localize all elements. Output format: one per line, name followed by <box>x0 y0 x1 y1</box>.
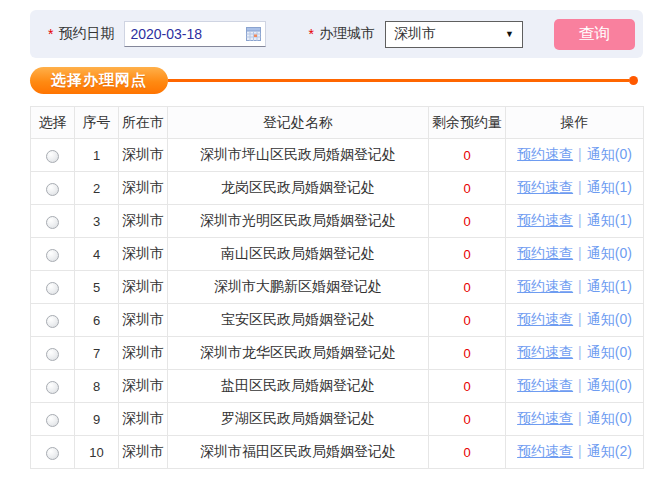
remaining-count: 0 <box>429 403 506 436</box>
action-separator: | <box>578 410 582 426</box>
notice-link[interactable]: 通知(0) <box>587 410 632 426</box>
registry-name-cell: 深圳市光明区民政局婚姻登记处 <box>168 205 429 238</box>
seq-cell: 10 <box>75 436 119 469</box>
table-row: 5 深圳市 深圳市大鹏新区婚姻登记处 0 预约速查|通知(1) <box>31 271 644 304</box>
table-row: 10 深圳市 深圳市福田区民政局婚姻登记处 0 预约速查|通知(2) <box>31 436 644 469</box>
action-cell: 预约速查|通知(0) <box>506 304 644 337</box>
date-input[interactable]: 2020-03-18 <box>124 21 266 47</box>
registry-name-cell: 深圳市大鹏新区婚姻登记处 <box>168 271 429 304</box>
calendar-icon[interactable] <box>246 27 261 41</box>
table-header-row: 选择 序号 所在市 登记处名称 剩余预约量 操作 <box>31 107 644 139</box>
quick-check-link[interactable]: 预约速查 <box>517 311 573 327</box>
select-radio[interactable] <box>46 348 59 361</box>
action-separator: | <box>578 212 582 228</box>
notice-link[interactable]: 通知(1) <box>587 179 632 195</box>
quick-check-link[interactable]: 预约速查 <box>517 410 573 426</box>
section-header: 选择办理网点 <box>30 67 643 94</box>
notice-link[interactable]: 通知(0) <box>587 311 632 327</box>
action-separator: | <box>578 146 582 162</box>
action-separator: | <box>578 443 582 459</box>
section-title-pill: 选择办理网点 <box>30 67 168 94</box>
quick-check-link[interactable]: 预约速查 <box>517 377 573 393</box>
action-cell: 预约速查|通知(1) <box>506 205 644 238</box>
action-cell: 预约速查|通知(0) <box>506 238 644 271</box>
select-radio[interactable] <box>46 447 59 460</box>
quick-check-link[interactable]: 预约速查 <box>517 212 573 228</box>
remaining-count: 0 <box>429 436 506 469</box>
header-city: 所在市 <box>119 107 168 139</box>
notice-link[interactable]: 通知(0) <box>587 344 632 360</box>
select-radio[interactable] <box>46 183 59 196</box>
table-row: 9 深圳市 罗湖区民政局婚姻登记处 0 预约速查|通知(0) <box>31 403 644 436</box>
city-cell: 深圳市 <box>119 271 168 304</box>
quick-check-link[interactable]: 预约速查 <box>517 443 573 459</box>
header-seq: 序号 <box>75 107 119 139</box>
notice-link[interactable]: 通知(1) <box>587 212 632 228</box>
header-select: 选择 <box>31 107 75 139</box>
required-marker: * <box>308 26 313 42</box>
remaining-count: 0 <box>429 139 506 172</box>
select-cell <box>31 139 75 172</box>
select-radio[interactable] <box>46 315 59 328</box>
action-separator: | <box>578 245 582 261</box>
action-cell: 预约速查|通知(1) <box>506 271 644 304</box>
notice-link[interactable]: 通知(2) <box>587 443 632 459</box>
action-cell: 预约速查|通知(1) <box>506 172 644 205</box>
action-separator: | <box>578 377 582 393</box>
action-separator: | <box>578 344 582 360</box>
required-marker: * <box>48 26 53 42</box>
select-radio[interactable] <box>46 414 59 427</box>
action-cell: 预约速查|通知(0) <box>506 403 644 436</box>
date-label: 预约日期 <box>58 25 114 43</box>
quick-check-link[interactable]: 预约速查 <box>517 179 573 195</box>
seq-cell: 4 <box>75 238 119 271</box>
remaining-count: 0 <box>429 337 506 370</box>
registry-name-cell: 盐田区民政局婚姻登记处 <box>168 370 429 403</box>
notice-link[interactable]: 通知(1) <box>587 278 632 294</box>
filter-panel: * 预约日期 2020-03-18 * 办理城市 深圳市 ▼ 查询 <box>30 10 643 58</box>
registry-name-cell: 深圳市福田区民政局婚姻登记处 <box>168 436 429 469</box>
seq-cell: 6 <box>75 304 119 337</box>
header-name: 登记处名称 <box>168 107 429 139</box>
remaining-count: 0 <box>429 238 506 271</box>
city-cell: 深圳市 <box>119 139 168 172</box>
city-label: 办理城市 <box>319 25 375 43</box>
city-cell: 深圳市 <box>119 238 168 271</box>
select-cell <box>31 337 75 370</box>
select-radio[interactable] <box>46 282 59 295</box>
action-separator: | <box>578 311 582 327</box>
select-radio[interactable] <box>46 216 59 229</box>
notice-link[interactable]: 通知(0) <box>587 146 632 162</box>
quick-check-link[interactable]: 预约速查 <box>517 278 573 294</box>
select-cell <box>31 370 75 403</box>
select-cell <box>31 403 75 436</box>
quick-check-link[interactable]: 预约速查 <box>517 146 573 162</box>
select-cell <box>31 436 75 469</box>
quick-check-link[interactable]: 预约速查 <box>517 344 573 360</box>
seq-cell: 9 <box>75 403 119 436</box>
section-divider-dot <box>629 76 638 85</box>
notice-link[interactable]: 通知(0) <box>587 245 632 261</box>
quick-check-link[interactable]: 预约速查 <box>517 245 573 261</box>
city-cell: 深圳市 <box>119 205 168 238</box>
remaining-count: 0 <box>429 172 506 205</box>
table-row: 7 深圳市 深圳市龙华区民政局婚姻登记处 0 预约速查|通知(0) <box>31 337 644 370</box>
city-select[interactable]: 深圳市 ▼ <box>385 21 523 48</box>
city-cell: 深圳市 <box>119 403 168 436</box>
notice-link[interactable]: 通知(0) <box>587 377 632 393</box>
header-action: 操作 <box>506 107 644 139</box>
city-cell: 深圳市 <box>119 172 168 205</box>
registry-name-cell: 南山区民政局婚姻登记处 <box>168 238 429 271</box>
seq-cell: 8 <box>75 370 119 403</box>
select-radio[interactable] <box>46 249 59 262</box>
remaining-count: 0 <box>429 205 506 238</box>
action-cell: 预约速查|通知(2) <box>506 436 644 469</box>
date-value: 2020-03-18 <box>130 26 246 42</box>
select-cell <box>31 172 75 205</box>
registry-name-cell: 罗湖区民政局婚姻登记处 <box>168 403 429 436</box>
query-button[interactable]: 查询 <box>554 19 635 50</box>
select-cell <box>31 271 75 304</box>
select-radio[interactable] <box>46 150 59 163</box>
select-radio[interactable] <box>46 381 59 394</box>
table-row: 1 深圳市 深圳市坪山区民政局婚姻登记处 0 预约速查|通知(0) <box>31 139 644 172</box>
